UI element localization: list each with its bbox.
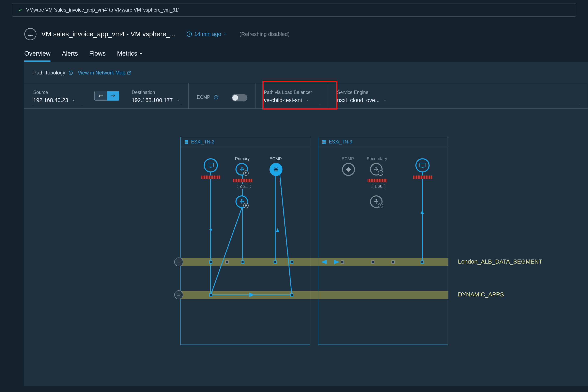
check-icon (18, 8, 22, 12)
topology-canvas: ESXi_TN-2 ESXi_TN-3 London_ALB_DATA_SEGM… (24, 137, 588, 360)
secondary-label: Secondary (367, 156, 387, 161)
alert-bar (201, 176, 220, 179)
se-dropdown[interactable]: nsxt_cloud_ove... (337, 96, 580, 105)
info-icon[interactable] (68, 70, 73, 75)
se-value: nsxt_cloud_ove... (337, 97, 380, 104)
segment-2-label: DYNAMIC_APPS (458, 291, 504, 298)
ecmp-left-label: ECMP (269, 156, 282, 161)
sub-badge-p: P (243, 203, 249, 208)
segment-2-band (180, 291, 448, 299)
sub-badge-c: C (243, 170, 249, 176)
destination-vm-node[interactable] (415, 158, 429, 172)
arrow-right-icon (110, 94, 116, 98)
svg-rect-35 (208, 163, 213, 167)
source-dropdown[interactable]: 192.168.40.23 (33, 96, 82, 105)
tab-flows-label: Flows (89, 50, 106, 57)
ecmp-toggle[interactable] (232, 94, 247, 102)
host-right-label: ESXi_TN-3 (329, 139, 352, 145)
segment-1-handle[interactable] (174, 258, 183, 266)
ecmp-left-node[interactable] (269, 163, 282, 176)
tab-metrics[interactable]: Metrics (117, 50, 143, 62)
chip-left[interactable]: 2 S... (237, 184, 251, 189)
chevron-down-icon (139, 52, 143, 56)
host-left-header[interactable]: ESXi_TN-2 (181, 137, 310, 147)
source-vm-node[interactable] (204, 158, 218, 172)
alert-bar (233, 179, 252, 182)
chevron-down-icon (383, 98, 387, 102)
direction-left-button[interactable] (95, 91, 107, 100)
tab-overview-label: Overview (24, 50, 50, 57)
page-title-row: VM sales_invoice_app_vm4 - VM vsphere_..… (24, 28, 576, 40)
conn-point (209, 293, 212, 296)
tab-flows[interactable]: Flows (89, 50, 106, 62)
ecmp-right-label: ECMP (342, 156, 354, 161)
service-engine-block: Service Engine nsxt_cloud_ove... (329, 83, 588, 108)
pvlb-dropdown[interactable]: vs-child-test-sni (264, 96, 321, 105)
svg-rect-59 (377, 169, 378, 170)
se-label: Service Engine (337, 90, 580, 95)
svg-rect-41 (243, 169, 243, 170)
info-icon[interactable] (214, 95, 218, 100)
svg-point-11 (216, 96, 216, 96)
tab-alerts[interactable]: Alerts (62, 50, 78, 62)
breadcrumb: VMware VM 'sales_invoice_app_vm4' to VMw… (12, 3, 576, 17)
time-ago-dropdown[interactable]: 14 min ago (187, 31, 226, 37)
swap-block (90, 83, 124, 108)
host-right-header[interactable]: ESXi_TN-3 (318, 137, 448, 147)
sub-badge-c: C (378, 170, 383, 176)
svg-rect-14 (322, 140, 326, 142)
svg-rect-13 (185, 142, 188, 144)
server-icon (322, 140, 326, 144)
secondary-controller-node[interactable]: C (370, 163, 383, 176)
conn-point (290, 293, 293, 296)
ecmp-label: ECMP (197, 94, 210, 100)
chip-right[interactable]: 1 SE (372, 184, 385, 189)
destination-label: Destination (132, 90, 180, 95)
destination-block: Destination 192.168.100.177 (124, 83, 189, 108)
destination-value: 192.168.100.177 (132, 97, 173, 104)
breadcrumb-text: VMware VM 'sales_invoice_app_vm4' to VMw… (26, 7, 179, 13)
svg-rect-64 (420, 163, 425, 167)
tab-bar: Overview Alerts Flows Metrics (24, 50, 588, 62)
conn-point (290, 260, 293, 264)
conn-point (421, 260, 424, 264)
host-left-label: ESXi_TN-2 (191, 139, 214, 145)
segment-icon (177, 292, 181, 297)
tab-alerts-label: Alerts (62, 50, 78, 57)
svg-rect-15 (322, 142, 326, 144)
direction-toggle (94, 91, 119, 101)
destination-dropdown[interactable]: 192.168.100.177 (132, 96, 180, 105)
external-link-icon (127, 70, 131, 75)
segment-1-label: London_ALB_DATA_SEGMENT (458, 258, 542, 265)
alert-bar (413, 176, 432, 179)
alert-bar (368, 179, 387, 182)
direction-right-button[interactable] (107, 91, 119, 100)
svg-rect-63 (377, 201, 378, 202)
chevron-down-icon (223, 32, 226, 36)
segment-2-handle[interactable] (174, 290, 183, 299)
conn-point (392, 260, 395, 264)
svg-rect-12 (185, 140, 188, 142)
conn-point (274, 260, 277, 264)
svg-rect-45 (243, 201, 243, 202)
chevron-down-icon (177, 98, 180, 102)
pvlb-label: Path via Load Balancer (264, 90, 321, 95)
secondary-p-node[interactable]: P (370, 196, 383, 208)
path-topology-panel: Path Topology View in Network Map Source… (24, 62, 588, 386)
view-in-network-map-link[interactable]: View in Network Map (78, 70, 131, 76)
pvlb-value: vs-child-test-sni (264, 97, 302, 104)
tab-metrics-label: Metrics (117, 50, 137, 57)
source-value: 192.168.40.23 (33, 97, 68, 104)
panel-header: Path Topology View in Network Map (24, 70, 588, 83)
ecmp-star-icon (345, 166, 352, 172)
clock-icon (187, 31, 192, 37)
svg-point-6 (71, 72, 71, 72)
ecmp-right-node[interactable] (342, 163, 355, 176)
primary-p-node[interactable]: P (235, 196, 248, 208)
controls-row: Source 192.168.40.23 Destination 192.168… (24, 83, 588, 108)
arrow-left-icon (98, 94, 103, 98)
conn-point (371, 260, 375, 264)
tab-overview[interactable]: Overview (24, 50, 50, 62)
link-label: View in Network Map (78, 70, 125, 76)
primary-controller-node[interactable]: C (235, 163, 248, 176)
